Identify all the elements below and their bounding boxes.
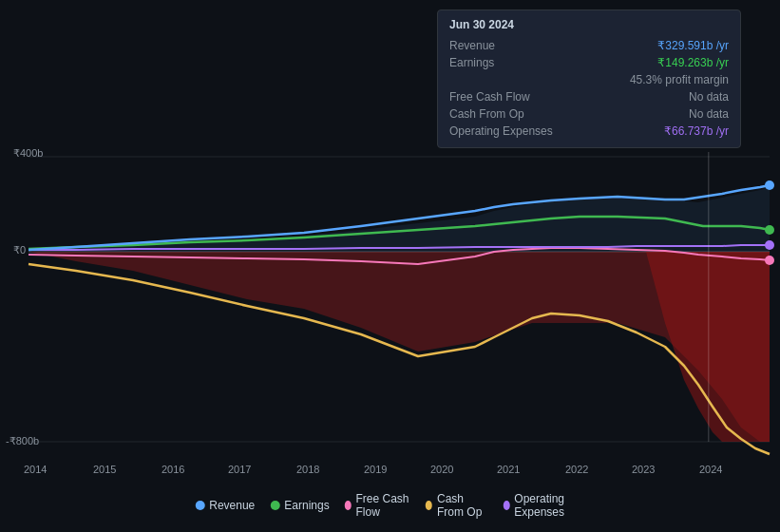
legend-dot-fcf — [345, 501, 352, 510]
legend-cashop[interactable]: Cash From Op — [426, 492, 487, 519]
tooltip-value-revenue: ₹329.591b /yr — [657, 39, 729, 52]
legend-opex[interactable]: Operating Expenses — [503, 492, 584, 519]
legend-label-opex: Operating Expenses — [514, 492, 584, 519]
svg-rect-5 — [708, 152, 710, 442]
tooltip-row-earnings: Earnings ₹149.263b /yr — [449, 54, 729, 71]
legend-dot-cashop — [426, 501, 432, 510]
tooltip-box: Jun 30 2024 Revenue ₹329.591b /yr Earnin… — [437, 10, 741, 148]
svg-point-9 — [765, 256, 774, 265]
tooltip-row-revenue: Revenue ₹329.591b /yr — [449, 37, 729, 54]
svg-point-8 — [765, 240, 774, 250]
chart-legend: Revenue Earnings Free Cash Flow Cash Fro… — [195, 492, 585, 519]
legend-earnings[interactable]: Earnings — [270, 499, 329, 512]
tooltip-value-cashop: No data — [689, 107, 729, 121]
x-label-2023: 2023 — [632, 464, 655, 475]
legend-label-revenue: Revenue — [209, 499, 255, 512]
tooltip-label-cashop: Cash From Op — [449, 107, 573, 121]
x-label-2017: 2017 — [228, 464, 251, 475]
y-label-top: ₹400b — [13, 147, 43, 160]
tooltip-row-opex: Operating Expenses ₹66.737b /yr — [449, 123, 729, 140]
x-label-2020: 2020 — [430, 464, 453, 475]
y-label-middle: ₹0 — [13, 244, 26, 256]
x-label-2015: 2015 — [93, 464, 116, 475]
tooltip-label-opex: Operating Expenses — [449, 124, 573, 138]
tooltip-label-earnings: Earnings — [449, 56, 573, 69]
svg-point-6 — [765, 180, 774, 190]
tooltip-label-fcf: Free Cash Flow — [449, 90, 573, 104]
tooltip-label-revenue: Revenue — [449, 39, 573, 52]
x-label-2016: 2016 — [162, 464, 184, 475]
legend-dot-earnings — [270, 501, 279, 510]
legend-revenue[interactable]: Revenue — [195, 499, 255, 512]
x-label-2019: 2019 — [364, 464, 387, 475]
tooltip-date: Jun 30 2024 — [449, 18, 729, 31]
x-label-2022: 2022 — [565, 464, 588, 475]
tooltip-row-margin: 45.3% profit margin — [449, 71, 729, 88]
tooltip-value-opex: ₹66.737b /yr — [664, 124, 729, 138]
tooltip-row-fcf: Free Cash Flow No data — [449, 88, 729, 105]
legend-label-earnings: Earnings — [284, 499, 329, 512]
legend-dot-opex — [503, 501, 509, 510]
x-label-2021: 2021 — [497, 464, 520, 475]
legend-label-fcf: Free Cash Flow — [355, 492, 410, 519]
tooltip-value-fcf: No data — [689, 90, 729, 104]
x-label-2024: 2024 — [699, 464, 722, 475]
tooltip-row-cashop: Cash From Op No data — [449, 105, 729, 123]
chart-container: ₹400b ₹0 -₹800b 2014 2015 2016 2017 2018… — [0, 0, 780, 532]
tooltip-value-earnings: ₹149.263b /yr — [657, 56, 729, 69]
legend-dot-revenue — [195, 501, 204, 510]
tooltip-value-margin: 45.3% profit margin — [630, 73, 729, 86]
x-label-2018: 2018 — [296, 464, 319, 475]
legend-label-cashop: Cash From Op — [437, 492, 488, 519]
x-label-2014: 2014 — [24, 464, 47, 475]
y-label-bottom: -₹800b — [6, 435, 39, 447]
legend-fcf[interactable]: Free Cash Flow — [345, 492, 411, 519]
svg-point-7 — [765, 225, 774, 235]
